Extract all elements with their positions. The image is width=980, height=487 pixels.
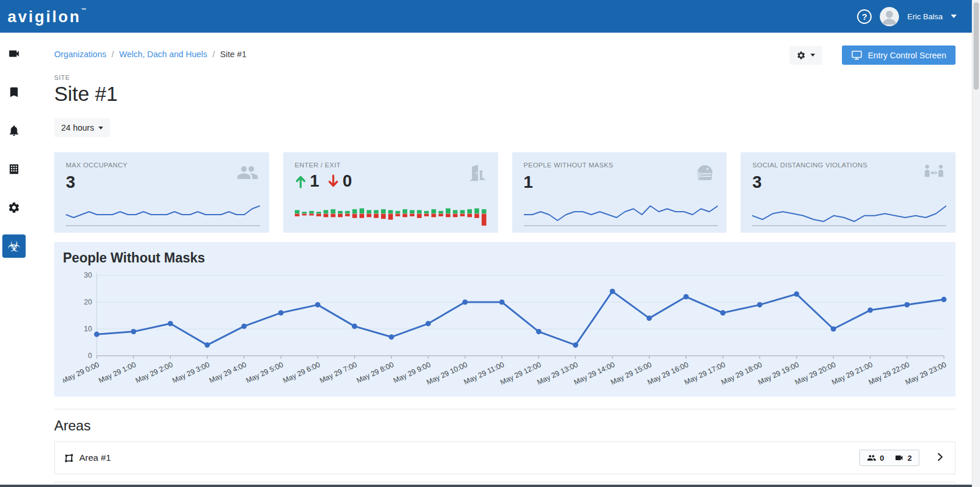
arrow-up-icon (295, 174, 306, 189)
people-without-masks-panel: People Without Masks 0102030May 29 0:00M… (54, 242, 956, 397)
svg-text:30: 30 (84, 271, 92, 279)
card-label: MAX OCCUPANCY (66, 162, 258, 169)
svg-text:20: 20 (84, 298, 92, 306)
avatar[interactable] (880, 7, 899, 26)
chart-title: People Without Masks (63, 250, 947, 266)
people-group-icon (237, 162, 259, 186)
entry-control-screen-button[interactable]: Entry Control Screen (842, 45, 956, 65)
areas-heading: Areas (54, 418, 956, 434)
sidebar-item-occupancy-health[interactable]: ☣ (2, 234, 26, 258)
main-content: Organizations / Welch, Dach and Huels / … (28, 33, 972, 487)
breadcrumb-organization-name[interactable]: Welch, Dach and Huels (119, 50, 207, 59)
help-icon[interactable]: ? (857, 9, 872, 24)
page-title: Site #1 (54, 82, 956, 106)
svg-text:May 29 13:00: May 29 13:00 (536, 360, 580, 387)
time-range-label: 24 hours (61, 123, 94, 132)
svg-text:May 29 17:00: May 29 17:00 (683, 360, 727, 387)
bookmark-icon (8, 86, 20, 99)
sidebar-item-settings[interactable] (2, 196, 26, 219)
app-window: avigilon™ ? Eric Balsa (0, 0, 980, 487)
scrollbar[interactable] (972, 0, 980, 487)
area-people-count: 0 (880, 454, 884, 463)
svg-text:May 29 15:00: May 29 15:00 (609, 360, 653, 387)
breadcrumb-organizations[interactable]: Organizations (54, 50, 106, 59)
card-label: PEOPLE WITHOUT MASKS (524, 162, 715, 169)
svg-text:May 29 22:00: May 29 22:00 (867, 360, 911, 387)
avigilon-logo[interactable]: avigilon™ (8, 7, 86, 26)
svg-text:May 29 11:00: May 29 11:00 (463, 360, 506, 386)
sidebar-item-cameras[interactable] (2, 42, 26, 65)
card-value: 3 (66, 173, 258, 192)
svg-text:May 29 3:00: May 29 3:00 (171, 360, 211, 385)
svg-text:May 29 6:00: May 29 6:00 (281, 360, 321, 385)
svg-text:10: 10 (84, 325, 92, 333)
time-range-dropdown[interactable]: 24 hours (54, 118, 110, 137)
card-enter-exit: ENTER / EXIT 1 0 (283, 152, 498, 233)
building-icon (8, 163, 20, 176)
stat-cards-row: MAX OCCUPANCY 3 ENTER / EXIT 1 0 (54, 152, 956, 233)
masks-sparkline (524, 200, 718, 227)
exit-count: 0 (343, 171, 352, 191)
dropdown-caret-icon (810, 54, 815, 57)
enter-exit-bar-sparkline (295, 200, 489, 227)
people-group-icon (867, 453, 876, 463)
topbar-right-cluster: ? Eric Balsa (857, 7, 957, 26)
enter-count: 1 (310, 171, 319, 191)
distancing-sparkline (752, 200, 946, 227)
enter-exit-values: 1 0 (295, 171, 487, 191)
window-bottom-edge (0, 485, 972, 487)
user-name[interactable]: Eric Balsa (907, 12, 943, 21)
svg-text:May 29 14:00: May 29 14:00 (573, 360, 616, 387)
card-value: 3 (752, 173, 944, 192)
svg-text:May 29 21:00: May 29 21:00 (830, 360, 874, 387)
card-value: 1 (524, 173, 715, 192)
svg-text:May 29 23:00: May 29 23:00 (904, 360, 947, 387)
areas-divider (54, 409, 956, 409)
site-eyebrow-label: SITE (54, 74, 956, 81)
svg-text:May 29 4:00: May 29 4:00 (208, 360, 248, 385)
sidebar-item-alerts[interactable] (2, 119, 26, 142)
logo-text: avigilon (8, 8, 81, 26)
svg-text:May 29 5:00: May 29 5:00 (245, 360, 284, 385)
biohazard-icon: ☣ (8, 239, 20, 254)
svg-text:May 29 2:00: May 29 2:00 (134, 360, 174, 385)
mask-icon (694, 162, 716, 186)
svg-text:May 29 18:00: May 29 18:00 (720, 360, 764, 387)
sidebar-item-bookmarks[interactable] (2, 80, 26, 104)
door-icon (466, 162, 488, 186)
arrow-down-icon (327, 174, 339, 189)
svg-text:May 29 1:00: May 29 1:00 (97, 360, 137, 385)
card-max-occupancy: MAX OCCUPANCY 3 (54, 152, 269, 233)
distancing-icon (923, 162, 945, 186)
user-menu-caret-icon[interactable] (951, 15, 957, 18)
svg-text:May 29 0:00: May 29 0:00 (63, 360, 100, 385)
svg-text:0: 0 (88, 352, 92, 360)
card-social-distancing: SOCIAL DISTANCING VIOLATIONS 3 (741, 152, 956, 233)
gear-icon (8, 201, 20, 214)
scrollbar-thumb[interactable] (974, 2, 979, 90)
sidebar-item-organizations[interactable] (2, 157, 26, 181)
top-navbar: avigilon™ ? Eric Balsa (0, 0, 972, 33)
sidebar: ☣ (0, 33, 28, 487)
card-label: ENTER / EXIT (295, 162, 487, 169)
chevron-right-icon[interactable] (936, 453, 944, 464)
breadcrumb-current-site: Site #1 (220, 50, 246, 59)
area-camera-count: 2 (907, 454, 912, 463)
svg-text:May 29 19:00: May 29 19:00 (757, 360, 801, 387)
svg-text:May 29 7:00: May 29 7:00 (319, 360, 358, 385)
svg-text:May 29 12:00: May 29 12:00 (499, 360, 542, 387)
entry-control-screen-label: Entry Control Screen (868, 51, 946, 60)
site-settings-dropdown-button[interactable] (789, 46, 822, 65)
max-occupancy-sparkline (66, 200, 260, 227)
area-name-label: Area #1 (79, 453, 111, 463)
svg-text:May 29 8:00: May 29 8:00 (355, 360, 395, 385)
monitor-icon (851, 50, 862, 61)
trademark-mark: ™ (81, 7, 86, 13)
breadcrumb: Organizations / Welch, Dach and Huels / … (54, 45, 246, 59)
area-counts-badge: 0 2 (859, 450, 919, 466)
breadcrumb-separator: / (213, 50, 215, 59)
breadcrumb-separator: / (111, 50, 114, 59)
svg-text:May 29 16:00: May 29 16:00 (646, 360, 690, 387)
video-camera-icon (894, 453, 904, 463)
area-row-1[interactable]: Area #1 0 2 (54, 442, 956, 474)
